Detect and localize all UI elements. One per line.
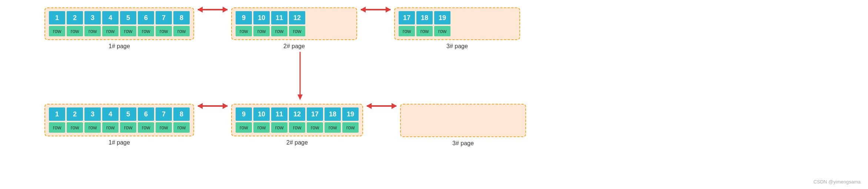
top-p1-cell-1: 1 [49, 11, 65, 24]
bot-p2-cell-18: 18 [325, 107, 341, 121]
bot-p2-cell-9: 9 [236, 107, 252, 121]
bot-p1-row-7: row [156, 122, 172, 133]
top-page2-label: 2# page [283, 43, 305, 50]
top-p3-cell-18: 18 [416, 11, 433, 24]
top-p3-cell-19: 19 [434, 11, 450, 24]
bottom-section: 1 2 3 4 5 6 7 8 row row row row row row … [44, 104, 526, 147]
top-page1-wrapper: 1 2 3 4 5 6 7 8 row row row row row row … [44, 7, 194, 50]
top-p3-row-18: row [416, 26, 433, 36]
top-page1-box: 1 2 3 4 5 6 7 8 row row row row row row … [44, 7, 194, 40]
bot-p1-cell-5: 5 [120, 107, 136, 121]
bot-p2-cell-17: 17 [307, 107, 323, 121]
top-p3-row-17: row [399, 26, 415, 36]
top-p2-row-10: row [253, 26, 270, 36]
bot-p2-cell-12: 12 [289, 107, 305, 121]
top-p1-cell-3: 3 [84, 11, 101, 24]
bot-p2-row-10: row [253, 122, 270, 133]
bot-p1-row-4: row [102, 122, 119, 133]
top-p2-cell-12: 12 [289, 11, 305, 24]
vertical-arrow [296, 52, 304, 100]
bottom-page2-row-row: row row row row row row row [236, 122, 359, 133]
top-section: 1 2 3 4 5 6 7 8 row row row row row row … [44, 7, 520, 50]
top-p1-cell-2: 2 [67, 11, 83, 24]
top-p1-row-2: row [67, 26, 83, 36]
bottom-page2-wrapper: 9 10 11 12 17 18 19 row row row row row … [231, 104, 363, 146]
top-arrow-1-2 [198, 7, 227, 21]
top-p2-cell-10: 10 [253, 11, 270, 24]
top-p1-cell-5: 5 [120, 11, 136, 24]
top-p2-row-11: row [271, 26, 287, 36]
bot-p1-cell-4: 4 [102, 107, 119, 121]
bot-p1-row-8: row [173, 122, 190, 133]
top-p2-cell-11: 11 [271, 11, 287, 24]
top-page3-wrapper: 17 18 19 row row row 3# page [394, 7, 520, 50]
top-p2-cell-9: 9 [236, 11, 252, 24]
top-p1-cell-7: 7 [156, 11, 172, 24]
bot-p2-row-19: row [342, 122, 359, 133]
bot-p1-cell-8: 8 [173, 107, 190, 121]
top-p1-row-4: row [102, 26, 119, 36]
bot-p1-cell-1: 1 [49, 107, 65, 121]
top-p3-row-19: row [434, 26, 450, 36]
bottom-page2-num-row: 9 10 11 12 17 18 19 [236, 107, 359, 121]
top-page3-row-row: row row row [399, 26, 516, 36]
bot-p2-cell-11: 11 [271, 107, 287, 121]
top-p1-row-5: row [120, 26, 136, 36]
bot-p1-cell-7: 7 [156, 107, 172, 121]
bot-p1-row-1: row [49, 122, 65, 133]
bot-p1-row-5: row [120, 122, 136, 133]
bot-p1-row-3: row [84, 122, 101, 133]
bottom-arrow-1-2 [198, 104, 227, 118]
top-p2-row-12: row [289, 26, 305, 36]
top-p1-row-6: row [138, 26, 154, 36]
top-page2-num-row: 9 10 11 12 [236, 11, 353, 24]
top-arrow-2-3 [361, 7, 390, 21]
bottom-arrow-2-3 [367, 104, 396, 118]
top-page3-label: 3# page [446, 43, 468, 50]
top-page3-num-row: 17 18 19 [399, 11, 516, 24]
top-bidir-arrow-2 [361, 9, 390, 10]
bottom-page3-box-empty [400, 104, 526, 137]
bottom-bidir-arrow-1 [198, 105, 227, 107]
bottom-page1-row-row: row row row row row row row row [49, 122, 190, 133]
top-p1-row-3: row [84, 26, 101, 36]
bottom-page1-wrapper: 1 2 3 4 5 6 7 8 row row row row row row … [44, 104, 194, 146]
top-p3-cell-17: 17 [399, 11, 415, 24]
bot-p2-row-18: row [325, 122, 341, 133]
diagram: 1 2 3 4 5 6 7 8 row row row row row row … [0, 0, 868, 189]
top-p1-cell-8: 8 [173, 11, 190, 24]
top-p1-row-8: row [173, 26, 190, 36]
bot-p1-row-2: row [67, 122, 83, 133]
bot-p2-cell-19: 19 [342, 107, 359, 121]
top-bidir-arrow-1 [198, 9, 227, 10]
top-page1-num-row: 1 2 3 4 5 6 7 8 [49, 11, 190, 24]
top-p2-row-9: row [236, 26, 252, 36]
bot-p2-row-17: row [307, 122, 323, 133]
top-page2-box: 9 10 11 12 row row row row [231, 7, 357, 40]
bottom-page1-box: 1 2 3 4 5 6 7 8 row row row row row row … [44, 104, 194, 136]
top-p1-cell-4: 4 [102, 11, 119, 24]
bot-p1-row-6: row [138, 122, 154, 133]
bot-p2-cell-10: 10 [253, 107, 270, 121]
top-page2-row-row: row row row row [236, 26, 353, 36]
bottom-page3-wrapper: 3# page [400, 104, 526, 147]
bottom-page1-num-row: 1 2 3 4 5 6 7 8 [49, 107, 190, 121]
top-page3-box: 17 18 19 row row row [394, 7, 520, 40]
bottom-page3-label: 3# page [452, 140, 474, 147]
top-p1-row-7: row [156, 26, 172, 36]
bottom-bidir-arrow-2 [367, 105, 396, 107]
bottom-page1-label: 1# page [109, 139, 130, 146]
top-p1-row-1: row [49, 26, 65, 36]
top-page1-label: 1# page [109, 43, 130, 50]
bot-p1-cell-2: 2 [67, 107, 83, 121]
bot-p2-row-12: row [289, 122, 305, 133]
top-page2-wrapper: 9 10 11 12 row row row row 2# page [231, 7, 357, 50]
svg-marker-1 [297, 94, 303, 100]
bot-p2-row-11: row [271, 122, 287, 133]
bottom-page2-box: 9 10 11 12 17 18 19 row row row row row … [231, 104, 363, 136]
top-p1-cell-6: 6 [138, 11, 154, 24]
bot-p1-cell-6: 6 [138, 107, 154, 121]
top-page1-row-row: row row row row row row row row [49, 26, 190, 36]
bot-p2-row-9: row [236, 122, 252, 133]
bot-p1-cell-3: 3 [84, 107, 101, 121]
